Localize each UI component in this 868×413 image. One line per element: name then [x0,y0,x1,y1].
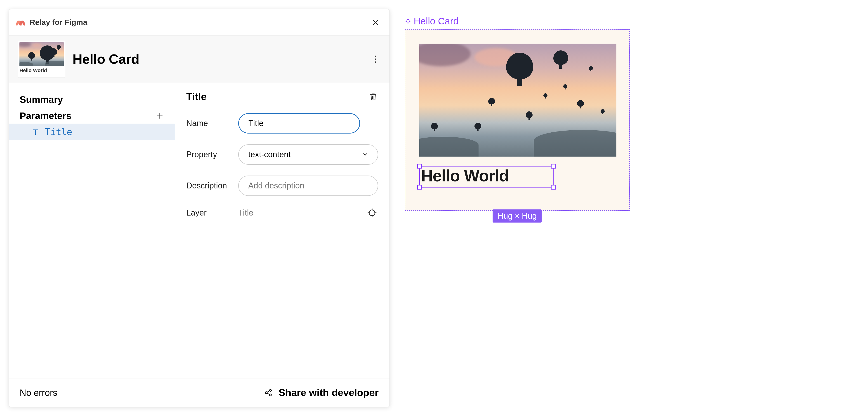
close-button[interactable] [370,18,380,27]
component-frame[interactable]: Hello World Hug × Hug [405,29,630,211]
svg-point-4 [266,392,267,393]
svg-point-1 [375,59,376,60]
card-title: Hello Card [72,51,139,67]
description-label: Description [186,181,234,190]
card-menu-button[interactable] [370,54,380,64]
name-label: Name [186,119,234,128]
component-icon [405,18,411,25]
parameter-item-label: Title [45,127,72,137]
svg-point-0 [375,56,376,57]
thumbnail-caption: Hello World [20,68,64,73]
property-selected-value: text-content [248,150,291,159]
property-select[interactable]: text-content [238,145,378,165]
selected-text-layer[interactable]: Hello World [419,166,554,188]
app-name: Relay for Figma [30,18,87,27]
detail-heading: Title [186,91,207,102]
card-header: Hello World Hello Card [9,35,390,83]
crosshair-icon [367,208,377,218]
figma-canvas: Hello Card Hello World [405,16,630,211]
layer-label: Layer [186,208,234,218]
resize-mode-tag: Hug × Hug [493,210,541,223]
card-image [419,43,616,157]
selection-handle[interactable] [417,164,422,168]
card-text: Hello World [420,166,553,187]
property-label: Property [186,150,234,159]
description-input[interactable] [238,176,378,196]
text-icon [31,128,39,136]
close-icon [371,18,379,26]
sidebar-parameters-row: Parameters [9,108,175,124]
titlebar: Relay for Figma [9,9,390,35]
trash-icon [369,92,377,101]
status-text: No errors [20,388,57,398]
sidebar-parameters-label: Parameters [20,110,71,121]
svg-point-2 [375,61,376,63]
chevron-down-icon [362,151,368,158]
selection-handle[interactable] [551,164,556,168]
parameter-item-title[interactable]: Title [9,124,175,140]
select-layer-button[interactable] [366,207,378,219]
sidebar: Summary Parameters Title [9,83,175,378]
add-parameter-button[interactable] [155,111,165,121]
plus-icon [156,112,164,120]
name-input[interactable] [238,113,360,133]
share-icon [264,388,273,397]
svg-point-5 [270,389,272,391]
kebab-icon [375,55,376,63]
selection-handle[interactable] [551,185,556,190]
selection-handle[interactable] [417,185,422,190]
sidebar-summary[interactable]: Summary [9,91,175,108]
delete-parameter-button[interactable] [368,92,378,102]
component-frame-label[interactable]: Hello Card [405,16,630,27]
layer-value: Title [238,208,253,218]
component-frame-name: Hello Card [414,16,458,27]
footer: No errors Share with developer [9,378,390,407]
relay-plugin-panel: Relay for Figma Hello World Hello Card [8,9,390,407]
card-thumbnail: Hello World [18,41,65,78]
share-label: Share with developer [278,387,379,398]
svg-point-6 [270,394,272,396]
panel-body: Summary Parameters Title Title Name [9,83,390,378]
parameter-detail: Title Name Property text-content D [175,83,390,378]
share-with-developer-button[interactable]: Share with developer [264,387,379,398]
relay-logo-icon [16,19,26,26]
svg-point-3 [369,210,375,216]
